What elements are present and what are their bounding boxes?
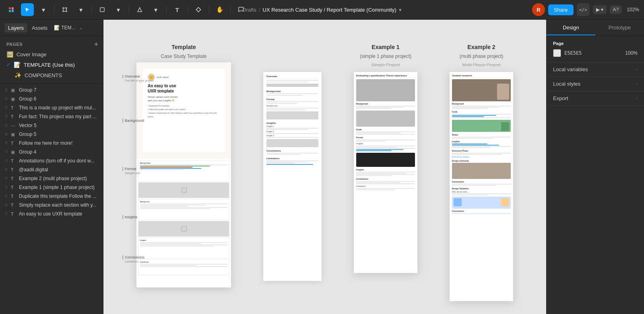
svg-point-16	[198, 7, 199, 8]
document-title[interactable]: Drafts / UX Research Case Study / Report…	[242, 7, 401, 13]
layer-group7[interactable]: ⠿ ▣ Group 7	[0, 86, 103, 94]
pen-tool[interactable]	[133, 3, 146, 16]
accessibility-button[interactable]: A?	[610, 5, 622, 14]
drag-handle: ⠿	[5, 194, 8, 199]
example2-sublabel: (multi phase project)	[460, 53, 504, 59]
text-icon: T	[11, 203, 17, 207]
file-options-button[interactable]: ⌄	[79, 25, 83, 31]
group-icon: ▣	[11, 132, 17, 137]
pen-tool-chevron[interactable]: ▾	[149, 3, 162, 16]
toolbar-separator-6	[209, 6, 209, 14]
move-tool-chevron[interactable]: ▾	[37, 3, 50, 16]
layer-text-made-up[interactable]: ⠿ T This is a made up project with mul..…	[0, 103, 103, 112]
page-opacity-value: 100%	[625, 50, 638, 56]
component-tool[interactable]	[192, 3, 205, 16]
vector-icon: —	[11, 123, 17, 128]
local-styles-chevron: ›	[636, 82, 638, 86]
layer-group6[interactable]: ⠿ ▣ Group 6	[0, 94, 103, 103]
layer-label: Annotations (turn off if you dont w...	[19, 158, 95, 164]
layer-text-example2[interactable]: ⠿ T Example 2 (multi phase project)	[0, 174, 103, 183]
example1-sublabel: (simple 1 phase project)	[360, 53, 411, 59]
layer-text-simply-replace[interactable]: ⠿ T Simply replace each section with y..…	[0, 201, 103, 209]
template-label: Template	[171, 44, 196, 50]
shape-tool[interactable]	[96, 3, 109, 16]
annotation-format: Format Sample size	[122, 167, 140, 174]
frame-tool[interactable]	[58, 3, 71, 16]
drag-handle: ⠿	[5, 97, 8, 101]
page-item-cover[interactable]: 🖼️ Cover Image	[0, 49, 103, 60]
layer-text-annotations[interactable]: ⠿ T Annotations (turn off if you dont w.…	[0, 156, 103, 165]
page-section: Page E5E5E5 100%	[547, 36, 644, 62]
example1-frame-container: Example 1 (simple 1 phase project) Simpl…	[354, 44, 417, 273]
move-tool[interactable]	[21, 3, 34, 16]
page-emoji-cover: 🖼️	[6, 51, 13, 57]
toolbar-separator-7	[230, 6, 231, 14]
share-button[interactable]: Share	[548, 4, 574, 15]
toolbar-separator-1	[54, 6, 54, 14]
canvas[interactable]: Template Case Study Template 😊 aadil.dig…	[103, 20, 546, 314]
svg-point-19	[200, 9, 201, 10]
page-color-swatch[interactable]	[553, 49, 561, 57]
example2-frame[interactable]: Chatbot research Background Goals	[450, 72, 513, 301]
hand-tool[interactable]: ✋	[213, 3, 226, 16]
layer-vector5[interactable]: ⠿ — Vector 5	[0, 121, 103, 130]
page-item-template[interactable]: ✓ 📝 TEMPLATE (Use this)	[0, 60, 103, 70]
layer-group5[interactable]: ⠿ ▣ Group 5	[0, 130, 103, 139]
template-frame[interactable]: 😊 aadil.digital An easy to useUXR templa…	[136, 62, 231, 287]
svg-rect-5	[63, 8, 66, 11]
text-icon: T	[11, 141, 17, 146]
right-panel: Design Prototype Page E5E5E5 100% Local …	[546, 20, 644, 314]
export-label: Export	[553, 95, 568, 101]
drag-handle: ⠿	[5, 106, 8, 110]
group-icon: ▣	[11, 88, 17, 93]
layer-label: Example 2 (multi phase project)	[19, 176, 87, 181]
local-styles-row[interactable]: Local styles ›	[547, 77, 644, 91]
text-icon: T	[11, 185, 17, 190]
code-view-button[interactable]: </>	[577, 3, 590, 16]
page-item-components[interactable]: ✨ COMPONENTS	[0, 70, 103, 80]
drag-handle: ⠿	[5, 141, 8, 146]
annotation-background: Background	[122, 119, 144, 123]
shape-tool-chevron[interactable]: ▾	[112, 3, 125, 16]
example1-frame[interactable]: Evaluating a gamification Thesis experie…	[354, 72, 417, 273]
page-label-template: TEMPLATE (Use this)	[24, 62, 75, 68]
tab-design[interactable]: Design	[547, 21, 595, 35]
zoom-level: 102%	[627, 7, 639, 12]
annotation-insights: Insights	[122, 215, 137, 219]
drag-handle: ⠿	[5, 203, 8, 207]
svg-rect-15	[196, 7, 200, 12]
export-row[interactable]: Export ›	[547, 91, 644, 106]
frame-tool-chevron[interactable]: ▾	[74, 3, 87, 16]
user-avatar[interactable]: R	[532, 3, 545, 16]
annotation-conclusions: Conclusions Limitations	[122, 255, 144, 263]
add-page-button[interactable]: +	[94, 41, 98, 47]
layer-text-fun-fact[interactable]: ⠿ T Fun fact: This project was my part .…	[0, 112, 103, 121]
toolbar-separator-3	[129, 6, 129, 14]
current-file-label[interactable]: 📝 TEM...	[54, 25, 75, 31]
layer-label: Simply replace each section with y...	[19, 202, 97, 208]
text-icon: T	[11, 114, 17, 119]
figma-logo[interactable]	[5, 3, 18, 16]
layer-label: Group 6	[19, 96, 36, 102]
main-area: Layers Assets 📝 TEM... ⌄ Pages + 🖼️ Cove…	[0, 20, 644, 314]
layer-label: Vector 5	[19, 123, 37, 128]
layer-text-duplicate[interactable]: ⠿ T Duplicate this template Follow the .…	[0, 192, 103, 201]
toolbar-separator-5	[188, 6, 188, 14]
layer-text-aadil[interactable]: ⠿ T @aadil.digital	[0, 165, 103, 174]
layer-group4[interactable]: ⠿ ▣ Group 4	[0, 148, 103, 156]
svg-rect-2	[9, 10, 11, 12]
layer-text-easy-use[interactable]: ⠿ T An easy to use UXR template	[0, 209, 103, 218]
text-tool[interactable]: T	[171, 3, 184, 16]
tab-assets[interactable]: Assets	[29, 23, 51, 33]
layer-text-follow-me[interactable]: ⠿ T Follow me here for more!	[0, 139, 103, 148]
drag-handle: ⠿	[5, 115, 8, 119]
tab-prototype[interactable]: Prototype	[595, 21, 644, 35]
tab-layers[interactable]: Layers	[5, 23, 27, 33]
example2-frame-container: Example 2 (multi phase project) Multi Ph…	[450, 44, 513, 301]
layer-text-example1[interactable]: ⠿ T Example 1 (simple 1 phase project)	[0, 183, 103, 192]
drag-handle: ⠿	[5, 159, 8, 163]
local-variables-row[interactable]: Local variables ›	[547, 62, 644, 77]
present-button[interactable]: ▶▾	[593, 5, 607, 14]
group-icon: ▣	[11, 96, 17, 102]
text-icon: T	[11, 167, 17, 172]
